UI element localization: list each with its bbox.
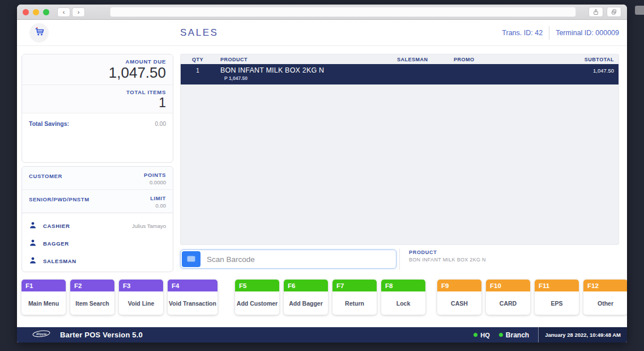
f2-item-search-button[interactable]: F2 Item Search bbox=[70, 280, 114, 315]
f7-key: F7 bbox=[332, 280, 377, 291]
col-subtotal: SUBTOTAL bbox=[544, 57, 614, 62]
f7-label: Return bbox=[332, 291, 377, 315]
scan-barcode-button[interactable] bbox=[182, 251, 201, 267]
product-info-label: PRODUCT bbox=[409, 249, 486, 255]
f10-card-button[interactable]: F10 CARD bbox=[486, 280, 530, 315]
person-icon bbox=[29, 256, 37, 267]
f3-key: F3 bbox=[119, 280, 163, 291]
forward-button[interactable]: › bbox=[72, 7, 85, 17]
f4-label: Void Transaction bbox=[168, 291, 217, 315]
branch-status: Branch bbox=[499, 331, 529, 339]
iripple-logo: iRipple bbox=[32, 329, 52, 340]
row-qty: 1 bbox=[181, 66, 215, 74]
staff-list: CASHIER Julius Tamayo BAGGER bbox=[22, 213, 173, 270]
window-controls bbox=[23, 9, 49, 15]
f9-cash-button[interactable]: F9 CASH bbox=[437, 280, 481, 315]
col-qty: QTY bbox=[181, 57, 215, 62]
hq-status: HQ bbox=[474, 332, 490, 339]
header-divider bbox=[549, 26, 549, 40]
col-salesman: SALESMAN bbox=[397, 57, 454, 62]
row-product: BON INFANT MILK BOX 2KG N P 1,047.50 bbox=[215, 66, 397, 81]
scan-barcode-box bbox=[180, 249, 396, 269]
function-keys-actions: F5 Add Customer F6 Add Bagger F7 Return … bbox=[235, 280, 425, 315]
table-header: QTY PRODUCT SALESMAN PROMO SUBTOTAL bbox=[181, 54, 619, 64]
app-logo[interactable] bbox=[29, 23, 49, 43]
branch-status-dot-icon bbox=[499, 333, 503, 337]
person-icon bbox=[29, 221, 37, 231]
f5-add-customer-button[interactable]: F5 Add Customer bbox=[235, 280, 279, 315]
f12-other-button[interactable]: F12 Other bbox=[583, 280, 627, 315]
cashier-row: CASHIER Julius Tamayo bbox=[29, 217, 166, 235]
cashier-label: CASHIER bbox=[43, 223, 126, 229]
transaction-info: Trans. ID: 42 Terminal ID: 000009 bbox=[502, 20, 619, 45]
customer-label: CUSTOMER bbox=[29, 172, 62, 179]
close-window-button[interactable] bbox=[23, 9, 29, 15]
function-keys-navigation: F1 Main Menu F2 Item Search F3 Void Line… bbox=[22, 280, 217, 315]
f3-void-line-button[interactable]: F3 Void Line bbox=[119, 280, 163, 315]
amount-due-value: 1,047.50 bbox=[29, 65, 166, 82]
senior-row: SENIOR/PWD/PNSTM LIMIT 0.00 bbox=[22, 190, 173, 213]
total-items-value: 1 bbox=[29, 95, 166, 110]
datetime: January 28 2022, 10:49:48 AM bbox=[538, 327, 627, 342]
f12-key: F12 bbox=[583, 280, 627, 291]
f4-void-transaction-button[interactable]: F4 Void Transaction bbox=[168, 280, 217, 315]
customer-row: CUSTOMER POINTS 0.0000 bbox=[22, 167, 173, 190]
app-header: SALES Trans. ID: 42 Terminal ID: 000009 bbox=[17, 20, 627, 46]
f6-label: Add Bagger bbox=[284, 291, 328, 315]
background-window-fragment bbox=[635, 6, 644, 15]
sales-table: QTY PRODUCT SALESMAN PROMO SUBTOTAL 1 BO… bbox=[180, 54, 619, 245]
screen: ‹ › bbox=[0, 0, 644, 351]
total-savings-label: Total Savings: bbox=[29, 120, 69, 127]
total-savings-row: Total Savings: 0.00 bbox=[22, 113, 173, 134]
f7-return-button[interactable]: F7 Return bbox=[332, 280, 377, 315]
f9-label: CASH bbox=[437, 291, 481, 315]
minimize-window-button[interactable] bbox=[33, 9, 39, 15]
function-keys-payment: F9 CASH F10 CARD F11 EPS F12 Other bbox=[437, 280, 627, 315]
points-value: 0.0000 bbox=[144, 179, 166, 185]
f1-main-menu-button[interactable]: F1 Main Menu bbox=[22, 280, 66, 315]
status-bar: iRipple Barter POS Version 5.0 HQ Branch… bbox=[17, 327, 627, 342]
f1-key: F1 bbox=[22, 280, 66, 291]
f11-key: F11 bbox=[535, 280, 579, 291]
scan-barcode-input[interactable] bbox=[202, 250, 396, 268]
f10-label: CARD bbox=[486, 291, 530, 315]
share-button[interactable] bbox=[588, 7, 603, 17]
back-button[interactable]: ‹ bbox=[57, 7, 70, 17]
maximize-window-button[interactable] bbox=[43, 9, 49, 15]
nav-buttons: ‹ › bbox=[57, 7, 85, 17]
product-info-value: BON INFANT MILK BOX 2KG N bbox=[409, 257, 486, 263]
salesman-label: SALESMAN bbox=[43, 258, 160, 264]
f3-label: Void Line bbox=[119, 291, 163, 315]
points-label: POINTS bbox=[144, 172, 166, 178]
share-icon bbox=[592, 7, 599, 18]
senior-label: SENIOR/PWD/PNSTM bbox=[29, 195, 89, 202]
total-savings-value: 0.00 bbox=[155, 121, 166, 127]
product-info: PRODUCT BON INFANT MILK BOX 2KG N bbox=[399, 248, 486, 270]
f8-lock-button[interactable]: F8 Lock bbox=[381, 280, 425, 315]
iripple-logo-text: iRipple bbox=[36, 332, 47, 336]
f1-label: Main Menu bbox=[22, 291, 66, 315]
f5-label: Add Customer bbox=[235, 291, 279, 315]
total-items-block: TOTAL ITEMS 1 bbox=[22, 85, 173, 113]
row-product-name: BON INFANT MILK BOX 2KG N bbox=[220, 66, 397, 74]
f11-eps-button[interactable]: F11 EPS bbox=[535, 280, 579, 315]
points-block: POINTS 0.0000 bbox=[144, 172, 166, 185]
row-product-price: P 1,047.50 bbox=[220, 75, 397, 81]
f8-label: Lock bbox=[381, 291, 425, 315]
f2-label: Item Search bbox=[70, 291, 114, 315]
table-row-selected[interactable]: 1 BON INFANT MILK BOX 2KG N P 1,047.50 1… bbox=[181, 64, 619, 84]
customer-card: CUSTOMER POINTS 0.0000 SENIOR/PWD/PNSTM … bbox=[22, 166, 173, 272]
hq-status-dot-icon bbox=[474, 333, 477, 337]
f6-add-bagger-button[interactable]: F6 Add Bagger bbox=[284, 280, 328, 315]
limit-value: 0.00 bbox=[150, 202, 166, 209]
total-items-label: TOTAL ITEMS bbox=[29, 89, 166, 95]
page-title: SALES bbox=[180, 27, 218, 39]
amount-due-block: AMOUNT DUE 1,047.50 bbox=[22, 54, 173, 85]
terminal-id: Terminal ID: 000009 bbox=[556, 29, 619, 37]
browser-window: ‹ › bbox=[17, 5, 627, 342]
bagger-row: BAGGER bbox=[29, 235, 166, 252]
col-promo: PROMO bbox=[454, 57, 544, 62]
address-bar[interactable] bbox=[110, 7, 576, 17]
tab-overview-button[interactable] bbox=[607, 7, 621, 17]
branch-label: Branch bbox=[506, 331, 529, 339]
